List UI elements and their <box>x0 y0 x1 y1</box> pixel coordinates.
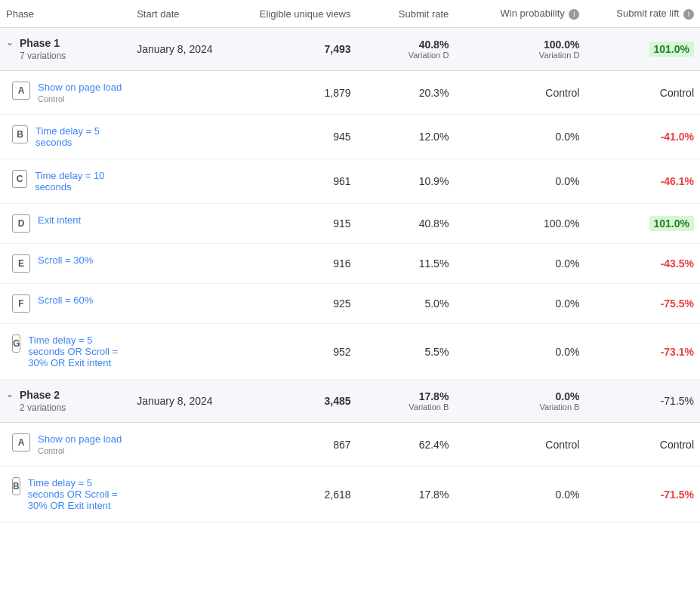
variation-name-link[interactable]: Time delay = 10 seconds <box>35 170 125 193</box>
phase-name-cell: ⌄ Phase 1 7 variations <box>0 28 131 71</box>
lift-badge: 101.0% <box>649 42 694 57</box>
variation-name-link[interactable]: Show on page load <box>38 433 122 445</box>
variation-lift-cell: Control <box>585 423 700 467</box>
table-body: ⌄ Phase 1 7 variations January 8, 2024 7… <box>0 28 700 522</box>
variation-name-link[interactable]: Scroll = 30% <box>38 254 93 266</box>
phase-row: ⌄ Phase 1 7 variations January 8, 2024 7… <box>0 28 700 71</box>
win-probability-info-icon[interactable]: i <box>569 9 579 20</box>
phase-name: Phase 2 <box>20 389 60 401</box>
variation-name-link[interactable]: Scroll = 60% <box>38 294 93 306</box>
variation-lift-cell: -73.1% <box>585 324 700 380</box>
variation-row: F Scroll = 60% 925 5.0% 0.0% -75.5% <box>0 284 700 324</box>
col-header-views: Eligible unique views <box>245 0 357 28</box>
phase-row: ⌄ Phase 2 2 variations January 8, 2024 3… <box>0 380 700 423</box>
variation-sub-label: Control <box>38 446 122 455</box>
phase-submit-rate-sub: Variation D <box>363 51 449 60</box>
variation-letter: D <box>12 214 30 233</box>
variation-views: 867 <box>245 423 357 467</box>
variation-name-cell: A Show on page load Control <box>0 71 131 115</box>
variation-letter: A <box>12 433 30 452</box>
phase-win-probability-sub: Variation B <box>461 402 579 412</box>
variation-lift-cell: -46.1% <box>585 159 700 204</box>
variation-win-probability: Control <box>545 87 579 99</box>
phase-win-probability-sub: Variation D <box>461 51 579 60</box>
variation-win-prob-cell: 0.0% <box>455 159 585 204</box>
lift-value: -71.5% <box>661 395 694 407</box>
submit-lift-info-icon[interactable]: i <box>683 9 694 20</box>
col-header-phase: Phase <box>0 0 131 28</box>
variation-win-probability: Control <box>545 439 579 451</box>
variation-submit-rate: 62.4% <box>357 423 455 467</box>
variation-lift-cell: -75.5% <box>585 284 700 324</box>
phase-submit-rate: 17.8% Variation B <box>357 380 455 423</box>
col-header-start: Start date <box>131 0 245 28</box>
variation-win-prob-cell: 0.0% <box>455 284 585 324</box>
variation-lift-cell: -71.5% <box>585 467 700 522</box>
variation-name-link[interactable]: Time delay = 5 seconds OR Scroll = 30% O… <box>28 477 125 511</box>
variation-letter: G <box>12 334 20 353</box>
variation-start-date <box>131 423 245 467</box>
variation-views: 2,618 <box>245 467 357 522</box>
variation-views: 952 <box>245 324 357 380</box>
variation-lift-cell: -43.5% <box>585 244 700 284</box>
variation-submit-rate: 5.0% <box>357 284 455 324</box>
variation-row: B Time delay = 5 seconds 945 12.0% 0.0% … <box>0 115 700 159</box>
variation-win-prob-cell: Control <box>455 71 585 115</box>
variation-name-cell: F Scroll = 60% <box>0 284 131 324</box>
phase-lift: -71.5% <box>585 380 700 423</box>
phase-collapse-button[interactable]: ⌄ <box>6 37 17 48</box>
phase-lift: 101.0% <box>585 28 700 71</box>
variation-lift-badge: 101.0% <box>649 216 694 231</box>
col-header-win: Win probability i <box>455 0 585 28</box>
variation-name-cell: A Show on page load Control <box>0 423 131 467</box>
variation-name-link[interactable]: Time delay = 5 seconds OR Scroll = 30% O… <box>28 334 125 368</box>
variation-letter: C <box>12 170 27 188</box>
variation-win-probability: 100.0% <box>544 217 579 230</box>
variation-row: D Exit intent 915 40.8% 100.0% 101.0% <box>0 204 700 244</box>
variation-lift-cell: Control <box>585 71 700 115</box>
variation-lift-cell: 101.0% <box>585 204 700 244</box>
phase-views: 3,485 <box>245 380 357 423</box>
variation-win-probability: 0.0% <box>556 489 580 501</box>
variation-win-probability: 0.0% <box>556 257 580 270</box>
col-header-lift: Submit rate lift i <box>585 0 700 28</box>
variation-row: A Show on page load Control 867 62.4% Co… <box>0 423 700 467</box>
variation-win-prob-cell: 0.0% <box>455 244 585 284</box>
col-header-submit: Submit rate <box>357 0 455 28</box>
variation-lift-negative: -43.5% <box>661 257 694 270</box>
variation-row: A Show on page load Control 1,879 20.3% … <box>0 71 700 115</box>
variation-win-prob-cell: Control <box>455 423 585 467</box>
variation-win-prob-cell: 100.0% <box>455 204 585 244</box>
variation-views: 916 <box>245 244 357 284</box>
variation-name-link[interactable]: Show on page load <box>38 82 122 93</box>
variation-row: C Time delay = 10 seconds 961 10.9% 0.0%… <box>0 159 700 204</box>
variation-submit-rate: 20.3% <box>357 71 455 115</box>
variation-letter: F <box>12 294 30 313</box>
main-table-container: Phase Start date Eligible unique views S… <box>0 0 700 522</box>
variation-name-cell: E Scroll = 30% <box>0 244 131 284</box>
variation-start-date <box>131 159 245 204</box>
variation-start-date <box>131 71 245 115</box>
variation-views: 915 <box>245 204 357 244</box>
phase-views: 7,493 <box>245 28 357 71</box>
variation-lift: Control <box>660 439 694 451</box>
variation-submit-rate: 40.8% <box>357 204 455 244</box>
variation-start-date <box>131 244 245 284</box>
phase-start-date: January 8, 2024 <box>131 380 245 423</box>
variation-start-date <box>131 204 245 244</box>
variation-views: 1,879 <box>245 71 357 115</box>
phase-collapse-button[interactable]: ⌄ <box>6 389 17 399</box>
variation-name-link[interactable]: Time delay = 5 seconds <box>35 125 125 148</box>
variation-submit-rate: 5.5% <box>357 324 455 380</box>
phase-win-probability: 0.0% Variation B <box>455 380 585 423</box>
variation-lift-cell: -41.0% <box>585 115 700 159</box>
variation-win-probability: 0.0% <box>556 175 580 187</box>
phase-start-date: January 8, 2024 <box>131 28 245 71</box>
variation-submit-rate: 12.0% <box>357 115 455 159</box>
variation-win-prob-cell: 0.0% <box>455 467 585 522</box>
variation-letter: E <box>12 254 30 273</box>
variation-name-link[interactable]: Exit intent <box>38 214 81 226</box>
variation-lift: Control <box>660 87 694 99</box>
variation-lift-negative: -71.5% <box>661 489 694 501</box>
phase-variations-count: 2 variations <box>20 402 66 413</box>
